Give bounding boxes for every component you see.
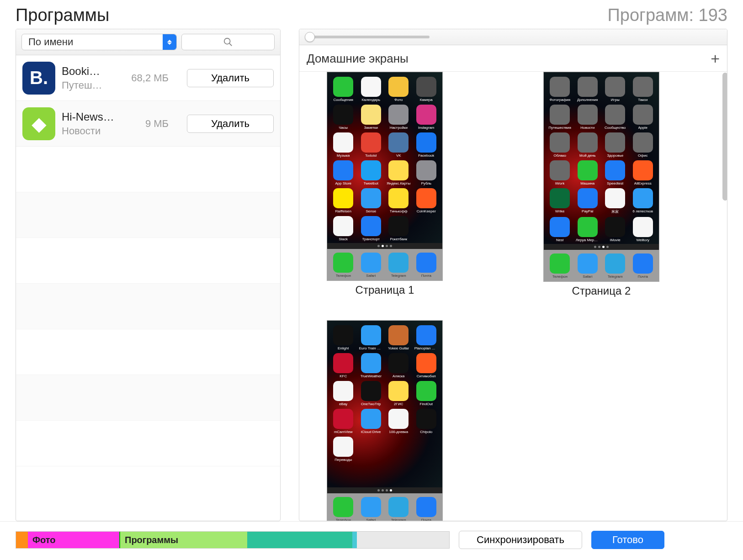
- home-app[interactable]: Raiffeisen: [331, 188, 356, 213]
- home-app[interactable]: Облако: [547, 132, 573, 158]
- home-app[interactable]: Переводы: [331, 437, 356, 462]
- home-app[interactable]: eBay: [331, 381, 356, 406]
- home-app[interactable]: Facebook: [414, 132, 439, 158]
- home-app[interactable]: AliExpress: [631, 160, 656, 185]
- home-app[interactable]: Настройки: [386, 105, 411, 130]
- scrollbar[interactable]: [722, 73, 727, 201]
- home-app[interactable]: Euro Train Sim: [359, 325, 384, 350]
- dock-app[interactable]: Телефон: [331, 497, 356, 521]
- home-app[interactable]: Здоровье: [603, 132, 628, 158]
- home-app[interactable]: Сообщество: [603, 105, 628, 130]
- dock-app[interactable]: Telegram: [603, 254, 628, 279]
- dock-app[interactable]: Safari: [359, 497, 384, 521]
- home-app[interactable]: Рубль: [414, 160, 439, 185]
- home-app[interactable]: Enlight: [331, 325, 356, 350]
- zoom-thumb[interactable]: [305, 32, 315, 42]
- dock-app[interactable]: Safari: [575, 254, 600, 279]
- home-app[interactable]: OneTwoTrip: [359, 381, 384, 406]
- search-input[interactable]: [181, 34, 275, 50]
- delete-button[interactable]: Удалить: [187, 69, 274, 87]
- home-app[interactable]: iCloud Drive: [359, 409, 384, 434]
- phone-screen[interactable]: Фотография Дополнения Игры Такси Путешес…: [543, 72, 659, 282]
- home-app[interactable]: Welltory: [631, 217, 656, 242]
- home-app[interactable]: CoinKeeper: [414, 188, 439, 213]
- home-app[interactable]: Заметки: [359, 105, 384, 130]
- home-app[interactable]: Леруа Мерлен: [575, 217, 600, 242]
- home-app[interactable]: [386, 437, 411, 462]
- dock-app[interactable]: Safari: [359, 253, 384, 278]
- home-app[interactable]: FindOut: [414, 381, 439, 406]
- phone-screen[interactable]: Enlight Euro Train Sim Yokee Guitar Plan…: [327, 320, 443, 521]
- home-app[interactable]: Todoist: [359, 132, 384, 158]
- sync-button[interactable]: Синхронизировать: [459, 531, 582, 549]
- home-app[interactable]: Мой день: [575, 132, 600, 158]
- home-app[interactable]: Фото: [386, 77, 411, 102]
- home-app[interactable]: [359, 465, 384, 486]
- home-app[interactable]: Wrike: [547, 188, 573, 214]
- home-app[interactable]: Sense: [359, 188, 384, 213]
- home-app[interactable]: iMovie: [603, 217, 628, 242]
- home-app[interactable]: Nest: [547, 217, 573, 242]
- home-app[interactable]: Транспорт: [359, 216, 384, 241]
- home-app[interactable]: Машина: [575, 160, 600, 185]
- home-app[interactable]: [331, 465, 356, 486]
- dock-app[interactable]: Почта: [414, 497, 439, 521]
- home-app[interactable]: 2ГИС: [386, 381, 411, 406]
- phone-screen[interactable]: Сообщения Календарь Фото Камера Часы Зам…: [327, 72, 443, 281]
- home-app[interactable]: Planoplan GO!: [414, 325, 439, 350]
- dock-app[interactable]: Telegram: [386, 497, 411, 521]
- home-app[interactable]: [386, 465, 411, 486]
- dock-app[interactable]: Телефон: [547, 254, 573, 279]
- home-app[interactable]: Фотография: [547, 77, 573, 102]
- dock-app[interactable]: Почта: [414, 253, 439, 278]
- home-app[interactable]: Apple: [631, 105, 656, 130]
- home-app[interactable]: Speedtest: [603, 160, 628, 185]
- home-app[interactable]: iWork: [547, 160, 573, 185]
- home-app[interactable]: [414, 437, 439, 462]
- home-app[interactable]: Музыка: [331, 132, 356, 158]
- home-app[interactable]: 米家: [603, 188, 628, 214]
- home-app[interactable]: KFC: [331, 353, 356, 378]
- home-app[interactable]: 6 лепестков: [631, 188, 656, 214]
- home-app[interactable]: [359, 437, 384, 462]
- home-app[interactable]: Yokee Guitar: [386, 325, 411, 350]
- sort-dropdown[interactable]: По имени: [21, 34, 177, 50]
- home-app[interactable]: [414, 465, 439, 486]
- home-app[interactable]: Сообщения: [331, 77, 356, 102]
- home-app[interactable]: Tweetbot: [359, 160, 384, 185]
- done-button[interactable]: Готово: [591, 531, 664, 549]
- empty-row: [16, 147, 280, 192]
- home-app[interactable]: Календарь: [359, 77, 384, 102]
- app-row[interactable]: B. Booki… Путеш… 68,2 МБ Удалить: [16, 55, 280, 101]
- home-app[interactable]: Путешествия: [547, 105, 573, 130]
- delete-button[interactable]: Удалить: [187, 115, 274, 133]
- home-app[interactable]: Новости: [575, 105, 600, 130]
- home-app[interactable]: Рокетбанк: [386, 216, 411, 241]
- home-app[interactable]: Игры: [603, 77, 628, 102]
- home-app[interactable]: TrueWeather: [359, 353, 384, 378]
- add-page-button[interactable]: +: [711, 50, 720, 68]
- home-app[interactable]: Аляска: [386, 353, 411, 378]
- home-app[interactable]: Часы: [331, 105, 356, 130]
- home-app[interactable]: [414, 216, 439, 241]
- home-app[interactable]: Chipolo: [414, 409, 439, 434]
- home-app[interactable]: Яндекс.Карты: [386, 160, 411, 185]
- dock-app[interactable]: Telegram: [386, 253, 411, 278]
- home-app[interactable]: Ситимобил: [414, 353, 439, 378]
- home-app[interactable]: PayPal: [575, 188, 600, 214]
- home-app[interactable]: App Store: [331, 160, 356, 185]
- zoom-slider[interactable]: [308, 36, 430, 38]
- home-app[interactable]: Тинькофф: [386, 188, 411, 213]
- home-app[interactable]: Slack: [331, 216, 356, 241]
- home-app[interactable]: Такси: [631, 77, 656, 102]
- home-app[interactable]: Офис: [631, 132, 656, 158]
- home-app[interactable]: VK: [386, 132, 411, 158]
- home-app[interactable]: Камера: [414, 77, 439, 102]
- home-app[interactable]: Дополнения: [575, 77, 600, 102]
- home-app[interactable]: 100-дневка: [386, 409, 411, 434]
- dock-app[interactable]: Почта: [631, 254, 656, 279]
- home-app[interactable]: Instagram: [414, 105, 439, 130]
- dock-app[interactable]: Телефон: [331, 253, 356, 278]
- home-app[interactable]: mCamView: [331, 409, 356, 434]
- app-row[interactable]: ◆ Hi-News… Новости 9 МБ Удалить: [16, 101, 280, 147]
